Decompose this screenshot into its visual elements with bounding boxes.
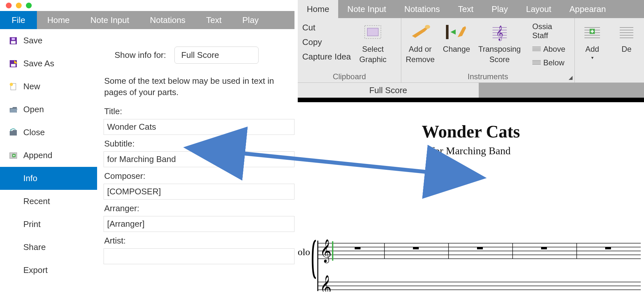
select-graphic-label-2: Graphic [359, 55, 386, 64]
ribbon-body: Cut Copy Capture Idea Select Graphic Cli… [298, 18, 644, 83]
svg-point-15 [425, 25, 430, 29]
file-menu-sidebar: Save Save As New [0, 29, 97, 293]
ribbon-tabs-left: File Home Note Input Notations Text Play [0, 11, 294, 29]
show-info-select[interactable]: Full Score [174, 47, 259, 64]
sidebar-item-open[interactable]: Open [0, 98, 97, 121]
change-instrument-button[interactable]: Change [443, 21, 470, 71]
cut-button[interactable]: Cut [302, 23, 351, 33]
below-label: Below [543, 58, 564, 67]
zoom-window-icon[interactable] [26, 3, 32, 8]
tab-text[interactable]: Text [449, 0, 483, 18]
sidebar-item-export[interactable]: Export [0, 259, 97, 282]
dropdown-icon: ▾ [591, 55, 594, 60]
copy-button[interactable]: Copy [302, 37, 351, 47]
below-button[interactable]: Below [532, 57, 570, 69]
select-graphic-button[interactable]: Select Graphic [359, 21, 386, 71]
staff-below-icon [532, 58, 541, 67]
svg-rect-12 [13, 155, 15, 156]
svg-rect-16 [446, 25, 449, 39]
sidebar-item-save[interactable]: Save [0, 29, 97, 52]
ribbon-tabs-right: Home Note Input Notations Text Play Layo… [298, 0, 644, 18]
sidebar-item-label: Open [23, 104, 44, 114]
change-label: Change [443, 45, 470, 54]
sidebar-item-saveas[interactable]: Save As [0, 52, 97, 75]
svg-rect-2 [12, 38, 15, 40]
transposing-score-button[interactable]: 𝄞 Transposing Score [478, 21, 520, 71]
window-titlebar [0, 0, 294, 11]
arranger-input[interactable] [104, 216, 294, 232]
sidebar-item-print[interactable]: Print [0, 213, 97, 236]
minimize-window-icon[interactable] [16, 3, 22, 8]
save-icon [9, 37, 17, 45]
score-subtitle[interactable]: for Marching Band [298, 145, 644, 157]
tab-file[interactable]: File [0, 11, 37, 29]
append-icon [9, 151, 17, 160]
instruments-group-label: Instruments [406, 71, 570, 81]
add-bar-button[interactable]: Add ▾ [579, 21, 605, 81]
open-folder-icon [9, 105, 17, 114]
select-graphic-icon [363, 21, 383, 43]
change-instrument-icon [444, 21, 469, 43]
sidebar-item-label: Close [23, 127, 45, 137]
close-folder-icon [9, 128, 17, 137]
info-hint-text: Some of the text below may be used in te… [104, 75, 294, 104]
add-remove-instrument-button[interactable]: Add or Remove [406, 21, 435, 71]
svg-text:𝄞: 𝄞 [496, 26, 504, 41]
subtitle-input[interactable] [104, 151, 294, 167]
title-input[interactable] [104, 119, 294, 135]
tab-appearance[interactable]: Appearan [561, 0, 615, 18]
sidebar-item-append[interactable]: Append [0, 144, 97, 167]
dialog-launcher-icon[interactable]: ◢ [569, 74, 572, 81]
add-bar-icon [583, 21, 601, 43]
add-remove-label-1: Add or [409, 45, 432, 54]
tab-home[interactable]: Home [298, 0, 338, 18]
new-icon [9, 82, 17, 91]
tab-play[interactable]: Play [232, 11, 269, 29]
tab-notations[interactable]: Notations [395, 0, 449, 18]
sidebar-item-label: Save As [23, 59, 54, 69]
transposing-label-2: Score [489, 55, 510, 64]
music-staff[interactable]: 𝄞 [298, 237, 641, 292]
svg-rect-60 [541, 247, 547, 249]
svg-rect-57 [355, 247, 361, 249]
svg-point-7 [10, 83, 13, 86]
score-page[interactable]: Wonder Cats for Marching Band olo [298, 102, 644, 293]
capture-idea-button[interactable]: Capture Idea [302, 52, 351, 62]
sidebar-item-new[interactable]: New [0, 75, 97, 98]
document-tab-full-score[interactable]: Full Score [298, 83, 479, 98]
sidebar-item-label: New [23, 81, 40, 92]
above-button[interactable]: Above [532, 43, 570, 55]
clipboard-group-label: Clipboard [302, 71, 396, 81]
sidebar-item-label: Export [23, 265, 48, 275]
close-window-icon[interactable] [6, 3, 12, 8]
sidebar-item-recent[interactable]: Recent [0, 190, 97, 213]
ossia-staff-button[interactable]: Ossia Staff [532, 21, 570, 41]
sidebar-item-info[interactable]: Info [0, 167, 97, 190]
tab-home[interactable]: Home [37, 11, 80, 29]
arranger-label: Arranger: [104, 201, 294, 216]
tab-note-input[interactable]: Note Input [80, 11, 139, 29]
artist-input[interactable] [104, 248, 294, 264]
ruler-bar [298, 98, 644, 102]
composer-input[interactable] [104, 184, 294, 200]
svg-rect-4 [11, 64, 16, 67]
sidebar-item-label: Save [23, 36, 42, 46]
delete-bar-button[interactable]: De [614, 21, 639, 81]
document-tabs: Full Score [298, 83, 644, 98]
composer-label: Composer: [104, 169, 294, 184]
tab-text[interactable]: Text [196, 11, 232, 29]
tab-play[interactable]: Play [483, 0, 517, 18]
sidebar-item-close[interactable]: Close [0, 121, 97, 144]
tab-layout[interactable]: Layout [517, 0, 560, 18]
score-title[interactable]: Wonder Cats [298, 122, 644, 142]
svg-rect-1 [11, 41, 16, 44]
sidebar-item-label: Print [23, 219, 40, 229]
tab-notations[interactable]: Notations [139, 11, 196, 29]
svg-marker-17 [450, 29, 456, 35]
sidebar-item-label: Share [23, 242, 46, 252]
sidebar-item-share[interactable]: Share [0, 236, 97, 259]
tab-note-input[interactable]: Note Input [338, 0, 395, 18]
delete-bar-label: De [622, 45, 632, 54]
svg-text:𝄞: 𝄞 [320, 239, 332, 264]
svg-rect-58 [413, 247, 419, 249]
